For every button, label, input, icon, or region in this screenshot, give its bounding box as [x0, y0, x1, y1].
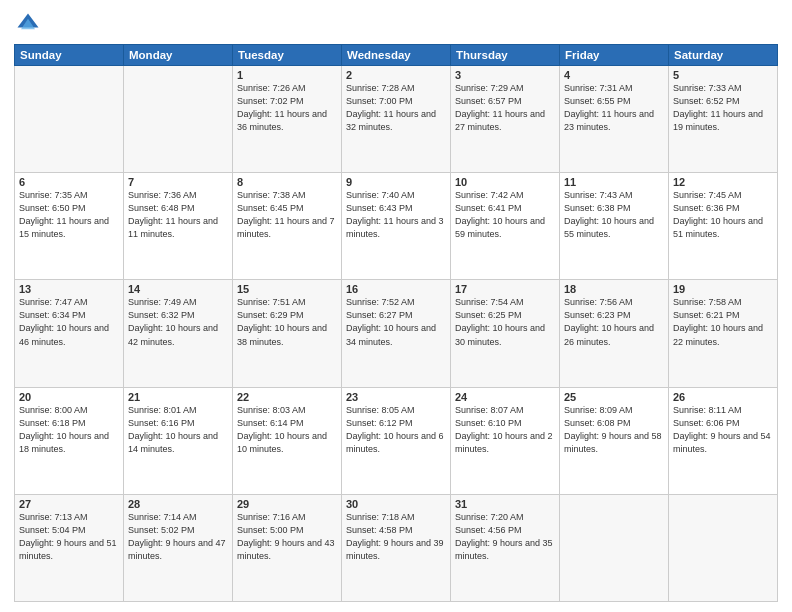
header	[14, 10, 778, 38]
calendar-cell: 30Sunrise: 7:18 AMSunset: 4:58 PMDayligh…	[342, 494, 451, 601]
day-number: 25	[564, 391, 664, 403]
day-number: 12	[673, 176, 773, 188]
day-number: 2	[346, 69, 446, 81]
day-info: Sunrise: 7:51 AMSunset: 6:29 PMDaylight:…	[237, 296, 337, 348]
calendar-cell: 7Sunrise: 7:36 AMSunset: 6:48 PMDaylight…	[124, 173, 233, 280]
calendar-cell: 27Sunrise: 7:13 AMSunset: 5:04 PMDayligh…	[15, 494, 124, 601]
calendar-cell: 20Sunrise: 8:00 AMSunset: 6:18 PMDayligh…	[15, 387, 124, 494]
weekday-header: Friday	[560, 45, 669, 66]
day-info: Sunrise: 8:01 AMSunset: 6:16 PMDaylight:…	[128, 404, 228, 456]
day-number: 16	[346, 283, 446, 295]
day-info: Sunrise: 7:26 AMSunset: 7:02 PMDaylight:…	[237, 82, 337, 134]
day-number: 28	[128, 498, 228, 510]
day-number: 13	[19, 283, 119, 295]
calendar-cell: 24Sunrise: 8:07 AMSunset: 6:10 PMDayligh…	[451, 387, 560, 494]
day-info: Sunrise: 8:11 AMSunset: 6:06 PMDaylight:…	[673, 404, 773, 456]
day-number: 22	[237, 391, 337, 403]
calendar: SundayMondayTuesdayWednesdayThursdayFrid…	[14, 44, 778, 602]
calendar-cell: 26Sunrise: 8:11 AMSunset: 6:06 PMDayligh…	[669, 387, 778, 494]
calendar-cell: 12Sunrise: 7:45 AMSunset: 6:36 PMDayligh…	[669, 173, 778, 280]
page: SundayMondayTuesdayWednesdayThursdayFrid…	[0, 0, 792, 612]
day-number: 29	[237, 498, 337, 510]
day-number: 19	[673, 283, 773, 295]
calendar-cell: 18Sunrise: 7:56 AMSunset: 6:23 PMDayligh…	[560, 280, 669, 387]
weekday-header: Saturday	[669, 45, 778, 66]
calendar-cell	[124, 66, 233, 173]
calendar-week-row: 1Sunrise: 7:26 AMSunset: 7:02 PMDaylight…	[15, 66, 778, 173]
day-info: Sunrise: 8:05 AMSunset: 6:12 PMDaylight:…	[346, 404, 446, 456]
weekday-header: Sunday	[15, 45, 124, 66]
day-number: 23	[346, 391, 446, 403]
day-info: Sunrise: 7:47 AMSunset: 6:34 PMDaylight:…	[19, 296, 119, 348]
calendar-week-row: 6Sunrise: 7:35 AMSunset: 6:50 PMDaylight…	[15, 173, 778, 280]
day-number: 17	[455, 283, 555, 295]
day-info: Sunrise: 7:43 AMSunset: 6:38 PMDaylight:…	[564, 189, 664, 241]
calendar-cell: 14Sunrise: 7:49 AMSunset: 6:32 PMDayligh…	[124, 280, 233, 387]
day-number: 4	[564, 69, 664, 81]
day-info: Sunrise: 7:42 AMSunset: 6:41 PMDaylight:…	[455, 189, 555, 241]
calendar-cell: 25Sunrise: 8:09 AMSunset: 6:08 PMDayligh…	[560, 387, 669, 494]
calendar-cell: 29Sunrise: 7:16 AMSunset: 5:00 PMDayligh…	[233, 494, 342, 601]
day-info: Sunrise: 7:16 AMSunset: 5:00 PMDaylight:…	[237, 511, 337, 563]
day-info: Sunrise: 8:09 AMSunset: 6:08 PMDaylight:…	[564, 404, 664, 456]
day-info: Sunrise: 7:56 AMSunset: 6:23 PMDaylight:…	[564, 296, 664, 348]
day-number: 3	[455, 69, 555, 81]
day-number: 8	[237, 176, 337, 188]
calendar-cell: 8Sunrise: 7:38 AMSunset: 6:45 PMDaylight…	[233, 173, 342, 280]
calendar-cell: 3Sunrise: 7:29 AMSunset: 6:57 PMDaylight…	[451, 66, 560, 173]
day-info: Sunrise: 7:36 AMSunset: 6:48 PMDaylight:…	[128, 189, 228, 241]
calendar-cell: 23Sunrise: 8:05 AMSunset: 6:12 PMDayligh…	[342, 387, 451, 494]
day-number: 26	[673, 391, 773, 403]
day-info: Sunrise: 7:54 AMSunset: 6:25 PMDaylight:…	[455, 296, 555, 348]
logo	[14, 10, 46, 38]
day-number: 30	[346, 498, 446, 510]
calendar-cell: 13Sunrise: 7:47 AMSunset: 6:34 PMDayligh…	[15, 280, 124, 387]
day-info: Sunrise: 7:13 AMSunset: 5:04 PMDaylight:…	[19, 511, 119, 563]
weekday-header: Thursday	[451, 45, 560, 66]
day-info: Sunrise: 7:18 AMSunset: 4:58 PMDaylight:…	[346, 511, 446, 563]
day-number: 14	[128, 283, 228, 295]
day-info: Sunrise: 7:45 AMSunset: 6:36 PMDaylight:…	[673, 189, 773, 241]
calendar-week-row: 20Sunrise: 8:00 AMSunset: 6:18 PMDayligh…	[15, 387, 778, 494]
day-number: 15	[237, 283, 337, 295]
calendar-cell: 21Sunrise: 8:01 AMSunset: 6:16 PMDayligh…	[124, 387, 233, 494]
day-info: Sunrise: 8:00 AMSunset: 6:18 PMDaylight:…	[19, 404, 119, 456]
day-info: Sunrise: 7:38 AMSunset: 6:45 PMDaylight:…	[237, 189, 337, 241]
calendar-cell: 1Sunrise: 7:26 AMSunset: 7:02 PMDaylight…	[233, 66, 342, 173]
day-number: 11	[564, 176, 664, 188]
calendar-cell	[560, 494, 669, 601]
calendar-cell: 16Sunrise: 7:52 AMSunset: 6:27 PMDayligh…	[342, 280, 451, 387]
day-info: Sunrise: 7:31 AMSunset: 6:55 PMDaylight:…	[564, 82, 664, 134]
calendar-cell: 2Sunrise: 7:28 AMSunset: 7:00 PMDaylight…	[342, 66, 451, 173]
day-number: 7	[128, 176, 228, 188]
day-info: Sunrise: 7:14 AMSunset: 5:02 PMDaylight:…	[128, 511, 228, 563]
day-info: Sunrise: 7:40 AMSunset: 6:43 PMDaylight:…	[346, 189, 446, 241]
day-info: Sunrise: 8:03 AMSunset: 6:14 PMDaylight:…	[237, 404, 337, 456]
day-number: 20	[19, 391, 119, 403]
calendar-cell: 17Sunrise: 7:54 AMSunset: 6:25 PMDayligh…	[451, 280, 560, 387]
day-number: 10	[455, 176, 555, 188]
calendar-cell: 6Sunrise: 7:35 AMSunset: 6:50 PMDaylight…	[15, 173, 124, 280]
weekday-header: Wednesday	[342, 45, 451, 66]
calendar-cell: 31Sunrise: 7:20 AMSunset: 4:56 PMDayligh…	[451, 494, 560, 601]
weekday-header: Tuesday	[233, 45, 342, 66]
day-info: Sunrise: 7:58 AMSunset: 6:21 PMDaylight:…	[673, 296, 773, 348]
calendar-cell: 10Sunrise: 7:42 AMSunset: 6:41 PMDayligh…	[451, 173, 560, 280]
calendar-cell: 15Sunrise: 7:51 AMSunset: 6:29 PMDayligh…	[233, 280, 342, 387]
day-number: 31	[455, 498, 555, 510]
day-number: 24	[455, 391, 555, 403]
calendar-cell	[669, 494, 778, 601]
day-number: 5	[673, 69, 773, 81]
calendar-cell	[15, 66, 124, 173]
day-number: 1	[237, 69, 337, 81]
day-info: Sunrise: 8:07 AMSunset: 6:10 PMDaylight:…	[455, 404, 555, 456]
calendar-cell: 4Sunrise: 7:31 AMSunset: 6:55 PMDaylight…	[560, 66, 669, 173]
logo-icon	[14, 10, 42, 38]
day-info: Sunrise: 7:28 AMSunset: 7:00 PMDaylight:…	[346, 82, 446, 134]
day-info: Sunrise: 7:35 AMSunset: 6:50 PMDaylight:…	[19, 189, 119, 241]
day-info: Sunrise: 7:29 AMSunset: 6:57 PMDaylight:…	[455, 82, 555, 134]
calendar-cell: 19Sunrise: 7:58 AMSunset: 6:21 PMDayligh…	[669, 280, 778, 387]
calendar-week-row: 27Sunrise: 7:13 AMSunset: 5:04 PMDayligh…	[15, 494, 778, 601]
day-number: 9	[346, 176, 446, 188]
day-info: Sunrise: 7:20 AMSunset: 4:56 PMDaylight:…	[455, 511, 555, 563]
